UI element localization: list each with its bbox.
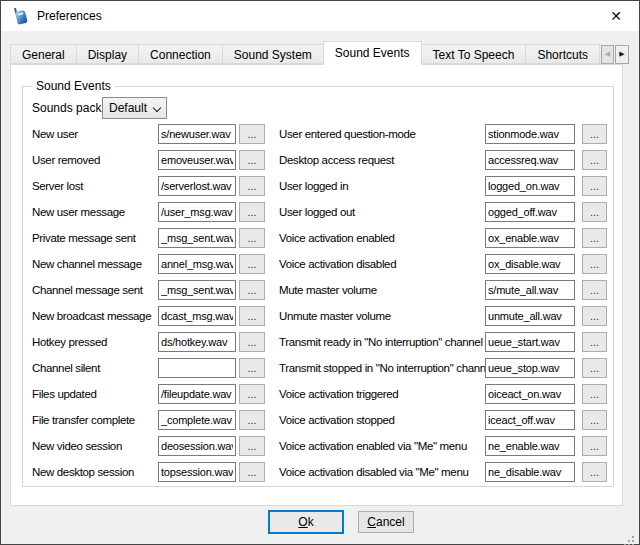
browse-button[interactable]: ... xyxy=(239,306,265,326)
sound-file-input[interactable] xyxy=(485,124,575,144)
browse-button[interactable]: ... xyxy=(582,150,607,170)
sound-file-input[interactable] xyxy=(485,462,575,482)
sound-event-row: User removed ... xyxy=(32,147,265,173)
sound-file-input[interactable] xyxy=(158,384,236,404)
sound-file-input[interactable] xyxy=(158,436,236,456)
browse-button[interactable]: ... xyxy=(582,436,607,456)
sound-event-label: Transmit stopped in "No interruption" ch… xyxy=(279,362,485,374)
cancel-button-label: Cancel xyxy=(359,515,413,529)
browse-button[interactable]: ... xyxy=(239,124,265,144)
browse-button[interactable]: ... xyxy=(582,358,607,378)
cancel-button[interactable]: Cancel xyxy=(358,511,414,533)
sounds-pack-select[interactable]: Default xyxy=(102,97,167,119)
sound-file-input[interactable] xyxy=(158,150,236,170)
sound-file-input[interactable] xyxy=(485,150,575,170)
browse-button[interactable]: ... xyxy=(582,124,607,144)
sounds-pack-row: Sounds pack Default xyxy=(32,97,167,119)
sound-file-input[interactable] xyxy=(158,306,236,326)
ok-button[interactable]: Ok xyxy=(268,510,344,534)
sound-event-row: Voice activation disabled ... xyxy=(279,251,607,277)
sound-event-label: User entered question-mode xyxy=(279,128,485,140)
sound-event-row: Hotkey pressed ... xyxy=(32,329,265,355)
sound-event-label: New user xyxy=(32,128,158,140)
browse-button[interactable]: ... xyxy=(239,358,265,378)
browse-button[interactable]: ... xyxy=(239,436,265,456)
browse-button[interactable]: ... xyxy=(239,384,265,404)
sound-file-input[interactable] xyxy=(485,358,575,378)
scroll-left-icon: ◀ xyxy=(605,50,610,58)
sound-file-input[interactable] xyxy=(485,436,575,456)
browse-button[interactable]: ... xyxy=(239,462,265,482)
sound-event-row: User entered question-mode ... xyxy=(279,121,607,147)
sound-file-input[interactable] xyxy=(485,410,575,430)
sound-file-input[interactable] xyxy=(485,280,575,300)
close-icon: ✕ xyxy=(610,8,622,24)
sound-file-input[interactable] xyxy=(485,254,575,274)
sound-file-input[interactable] xyxy=(158,176,236,196)
sound-file-input[interactable] xyxy=(158,202,236,222)
sound-file-input[interactable] xyxy=(485,202,575,222)
sound-file-input[interactable] xyxy=(485,228,575,248)
sound-event-label: File transfer complete xyxy=(32,414,158,426)
tab-bar: GeneralDisplayConnectionSound SystemSoun… xyxy=(10,41,601,65)
browse-button[interactable]: ... xyxy=(239,176,265,196)
tab-scroll-right-button[interactable]: ▶ xyxy=(615,45,629,64)
browse-button[interactable]: ... xyxy=(239,228,265,248)
tab-sound-events[interactable]: Sound Events xyxy=(323,41,422,65)
sound-event-row: Unmute master volume ... xyxy=(279,303,607,329)
sound-event-label: User logged out xyxy=(279,206,485,218)
sound-file-input[interactable] xyxy=(158,254,236,274)
tab-text-to-speech[interactable]: Text To Speech xyxy=(421,44,527,64)
browse-button[interactable]: ... xyxy=(582,202,607,222)
sound-event-row: User logged in ... xyxy=(279,173,607,199)
browse-button[interactable]: ... xyxy=(582,332,607,352)
browse-button[interactable]: ... xyxy=(582,462,607,482)
browse-button[interactable]: ... xyxy=(582,384,607,404)
sound-event-label: Desktop access request xyxy=(279,154,485,166)
sound-file-input[interactable] xyxy=(158,410,236,430)
chevron-down-icon xyxy=(154,105,161,112)
sound-file-input[interactable] xyxy=(158,332,236,352)
ok-button-label: Ok xyxy=(270,515,342,529)
browse-button[interactable]: ... xyxy=(582,306,607,326)
sound-file-input[interactable] xyxy=(158,280,236,300)
tab-display[interactable]: Display xyxy=(76,44,139,64)
app-icon xyxy=(10,5,31,27)
browse-button[interactable]: ... xyxy=(582,228,607,248)
resize-grip[interactable] xyxy=(632,536,634,538)
sound-event-label: Voice activation enabled via "Me" menu xyxy=(279,440,485,452)
browse-button[interactable]: ... xyxy=(582,254,607,274)
sound-file-input[interactable] xyxy=(485,176,575,196)
sound-event-row: New broadcast message ... xyxy=(32,303,265,329)
tab-shortcuts[interactable]: Shortcuts xyxy=(525,44,600,64)
sounds-pack-label: Sounds pack xyxy=(32,101,102,115)
browse-button[interactable]: ... xyxy=(582,280,607,300)
sound-event-label: New broadcast message xyxy=(32,310,158,322)
browse-button[interactable]: ... xyxy=(239,410,265,430)
sound-file-input[interactable] xyxy=(158,358,236,378)
sound-file-input[interactable] xyxy=(158,228,236,248)
close-button[interactable]: ✕ xyxy=(601,4,631,28)
browse-button[interactable]: ... xyxy=(582,410,607,430)
sound-event-label: User logged in xyxy=(279,180,485,192)
sound-event-row: Transmit ready in "No interruption" chan… xyxy=(279,329,607,355)
tab-connection[interactable]: Connection xyxy=(138,44,223,64)
browse-button[interactable]: ... xyxy=(582,176,607,196)
sound-event-label: Voice activation disabled xyxy=(279,258,485,270)
sound-file-input[interactable] xyxy=(485,332,575,352)
tab-sound-system[interactable]: Sound System xyxy=(222,44,324,64)
browse-button[interactable]: ... xyxy=(239,202,265,222)
sound-file-input[interactable] xyxy=(485,384,575,404)
browse-button[interactable]: ... xyxy=(239,254,265,274)
browse-button[interactable]: ... xyxy=(239,332,265,352)
sound-file-input[interactable] xyxy=(158,462,236,482)
browse-button[interactable]: ... xyxy=(239,280,265,300)
tab-general[interactable]: General xyxy=(10,44,77,64)
browse-button[interactable]: ... xyxy=(239,150,265,170)
sound-event-label: Voice activation disabled via "Me" menu xyxy=(279,466,485,478)
sound-event-row: Voice activation enabled via "Me" menu .… xyxy=(279,433,607,459)
sound-file-input[interactable] xyxy=(158,124,236,144)
sound-file-input[interactable] xyxy=(485,306,575,326)
sound-event-label: Voice activation triggered xyxy=(279,388,485,400)
tab-scroll-left-button[interactable]: ◀ xyxy=(601,45,614,64)
